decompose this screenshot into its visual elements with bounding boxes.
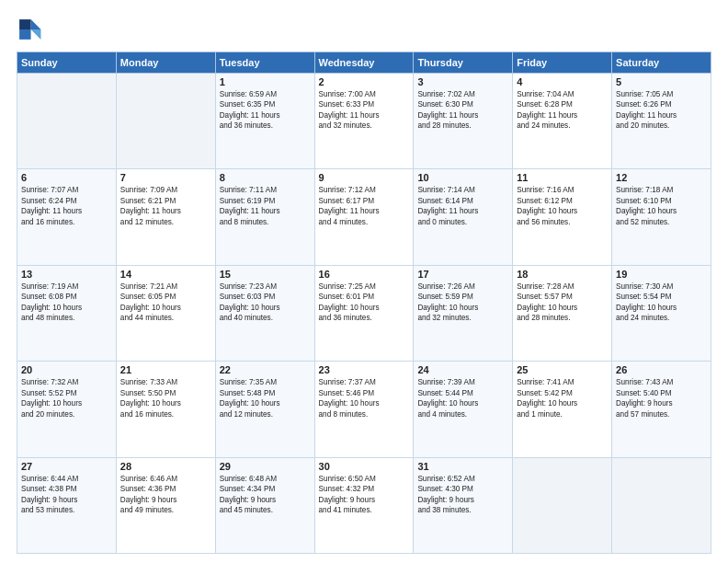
calendar-cell: 9Sunrise: 7:12 AMSunset: 6:17 PMDaylight… (314, 169, 414, 265)
cell-content: Sunset: 4:34 PM (220, 484, 311, 494)
cell-content: Sunrise: 6:50 AM (319, 474, 410, 484)
cell-content: Daylight: 10 hours (616, 303, 707, 313)
cell-content: Sunrise: 7:32 AM (21, 377, 112, 387)
day-number: 30 (319, 461, 410, 472)
cell-content: Daylight: 10 hours (417, 303, 508, 313)
calendar-cell: 16Sunrise: 7:25 AMSunset: 6:01 PMDayligh… (314, 265, 414, 361)
calendar-cell: 30Sunrise: 6:50 AMSunset: 4:32 PMDayligh… (314, 457, 414, 553)
day-header-thursday: Thursday (414, 52, 513, 74)
cell-content: Sunrise: 6:52 AM (417, 474, 508, 484)
cell-content: and 52 minutes. (616, 217, 707, 227)
calendar-body: 1Sunrise: 6:59 AMSunset: 6:35 PMDaylight… (17, 74, 711, 554)
calendar-cell: 14Sunrise: 7:21 AMSunset: 6:05 PMDayligh… (116, 265, 215, 361)
cell-content: and 0 minutes. (417, 217, 508, 227)
calendar-cell: 25Sunrise: 7:41 AMSunset: 5:42 PMDayligh… (513, 362, 612, 457)
calendar-cell: 13Sunrise: 7:19 AMSunset: 6:08 PMDayligh… (17, 265, 117, 361)
cell-content: and 45 minutes. (220, 505, 311, 515)
cell-content: Sunset: 5:48 PM (220, 388, 311, 398)
cell-content: Daylight: 9 hours (220, 495, 311, 505)
cell-content: Sunset: 5:44 PM (417, 388, 508, 398)
cell-content: Sunrise: 7:07 AM (21, 185, 112, 195)
day-number: 24 (417, 364, 508, 375)
cell-content: and 49 minutes. (120, 505, 211, 515)
calendar-week-2: 6Sunrise: 7:07 AMSunset: 6:24 PMDaylight… (17, 169, 711, 265)
cell-content: and 56 minutes. (517, 217, 608, 227)
calendar-cell: 12Sunrise: 7:18 AMSunset: 6:10 PMDayligh… (612, 169, 711, 265)
cell-content: Daylight: 10 hours (120, 398, 211, 408)
day-number: 21 (120, 364, 211, 375)
day-number: 1 (220, 76, 311, 87)
cell-content: Daylight: 11 hours (120, 206, 211, 216)
cell-content: Daylight: 10 hours (319, 398, 410, 408)
calendar-cell: 8Sunrise: 7:11 AMSunset: 6:19 PMDaylight… (215, 169, 314, 265)
cell-content: Sunset: 6:10 PM (616, 196, 707, 206)
cell-content: and 57 minutes. (616, 409, 707, 419)
cell-content: Daylight: 10 hours (517, 206, 608, 216)
cell-content: Sunrise: 7:43 AM (616, 377, 707, 387)
cell-content: Sunset: 5:42 PM (517, 388, 608, 398)
cell-content: Sunset: 6:17 PM (319, 196, 410, 206)
cell-content: and 36 minutes. (319, 313, 410, 323)
header (17, 17, 711, 42)
logo-icon (17, 17, 42, 42)
cell-content: Daylight: 11 hours (319, 110, 410, 121)
day-number: 7 (120, 172, 211, 183)
calendar-cell: 15Sunrise: 7:23 AMSunset: 6:03 PMDayligh… (215, 265, 314, 361)
calendar-cell: 11Sunrise: 7:16 AMSunset: 6:12 PMDayligh… (513, 169, 612, 265)
cell-content: Daylight: 10 hours (120, 303, 211, 313)
day-number: 12 (616, 172, 707, 183)
cell-content: Sunset: 6:19 PM (220, 196, 311, 206)
day-number: 2 (319, 76, 410, 87)
cell-content: Sunset: 5:52 PM (21, 388, 112, 398)
cell-content: Sunrise: 7:12 AM (319, 185, 410, 195)
cell-content: Daylight: 10 hours (417, 398, 508, 408)
cell-content: Daylight: 11 hours (517, 110, 608, 121)
cell-content: and 12 minutes. (120, 217, 211, 227)
cell-content: and 4 minutes. (319, 217, 410, 227)
day-number: 5 (616, 76, 707, 87)
cell-content: Sunset: 5:40 PM (616, 388, 707, 398)
cell-content: Daylight: 10 hours (220, 303, 311, 313)
day-header-monday: Monday (116, 52, 215, 74)
cell-content: and 48 minutes. (21, 313, 112, 323)
cell-content: Daylight: 9 hours (417, 495, 508, 505)
cell-content: and 16 minutes. (21, 217, 112, 227)
cell-content: Sunset: 4:30 PM (417, 484, 508, 494)
cell-content: and 38 minutes. (417, 505, 508, 515)
cell-content: Daylight: 9 hours (616, 398, 707, 408)
day-header-wednesday: Wednesday (314, 52, 414, 74)
cell-content: Sunrise: 7:39 AM (417, 377, 508, 387)
calendar-cell: 2Sunrise: 7:00 AMSunset: 6:33 PMDaylight… (314, 74, 414, 169)
cell-content: and 53 minutes. (21, 505, 112, 515)
day-number: 10 (417, 172, 508, 183)
cell-content: Sunrise: 6:46 AM (120, 474, 211, 484)
cell-content: Sunrise: 7:04 AM (517, 89, 608, 99)
day-header-saturday: Saturday (612, 52, 711, 74)
cell-content: Sunset: 5:57 PM (517, 292, 608, 302)
day-header-tuesday: Tuesday (215, 52, 314, 74)
calendar-cell: 26Sunrise: 7:43 AMSunset: 5:40 PMDayligh… (612, 362, 711, 457)
cell-content: Sunset: 4:32 PM (319, 484, 410, 494)
cell-content: Daylight: 11 hours (417, 110, 508, 121)
cell-content: Sunset: 6:30 PM (417, 99, 508, 109)
calendar-cell (116, 74, 215, 169)
cell-content: Sunrise: 6:48 AM (220, 474, 311, 484)
header-row: SundayMondayTuesdayWednesdayThursdayFrid… (17, 52, 711, 74)
cell-content: and 12 minutes. (220, 409, 311, 419)
calendar-cell: 19Sunrise: 7:30 AMSunset: 5:54 PMDayligh… (612, 265, 711, 361)
cell-content: Sunset: 6:14 PM (417, 196, 508, 206)
day-number: 20 (21, 364, 112, 375)
cell-content: Sunrise: 7:28 AM (517, 282, 608, 292)
day-number: 22 (220, 364, 311, 375)
cell-content: Sunrise: 7:09 AM (120, 185, 211, 195)
cell-content: Sunrise: 7:16 AM (517, 185, 608, 195)
cell-content: Sunset: 6:12 PM (517, 196, 608, 206)
cell-content: Sunrise: 7:21 AM (120, 282, 211, 292)
cell-content: Daylight: 10 hours (319, 303, 410, 313)
calendar-cell: 5Sunrise: 7:05 AMSunset: 6:26 PMDaylight… (612, 74, 711, 169)
cell-content: Sunrise: 7:18 AM (616, 185, 707, 195)
cell-content: Sunset: 6:21 PM (120, 196, 211, 206)
cell-content: Sunrise: 7:41 AM (517, 377, 608, 387)
cell-content: Sunrise: 6:44 AM (21, 474, 112, 484)
cell-content: and 32 minutes. (417, 313, 508, 323)
